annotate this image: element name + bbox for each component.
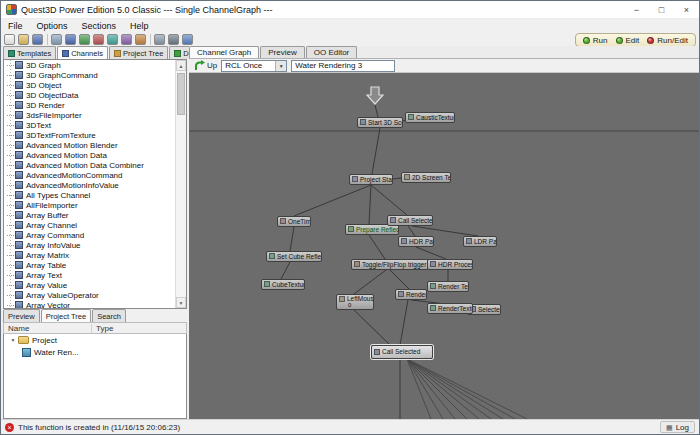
tab-templates[interactable]: Templates (3, 46, 56, 59)
node-hdr-processing[interactable]: HDR Processing (427, 259, 473, 270)
main-tab-preview[interactable]: Preview (260, 46, 304, 58)
tab-channels[interactable]: Channels (57, 46, 108, 59)
save-icon[interactable] (32, 34, 43, 45)
edit-button[interactable]: Edit (616, 36, 640, 45)
project-tree-item-water-ren[interactable]: Water Ren... (4, 346, 186, 358)
channel-type-icon (15, 181, 23, 189)
channel-item-label: Array Command (26, 231, 84, 240)
channel-item[interactable]: 3DTextFromTexture (4, 130, 186, 140)
channel-purple-icon[interactable] (121, 34, 132, 45)
channel-item[interactable]: 3D Render (4, 100, 186, 110)
bottom-tab-preview[interactable]: Preview (3, 309, 40, 322)
channel-blue-icon[interactable] (65, 34, 76, 45)
channel-item[interactable]: Array Text (4, 270, 186, 280)
up-button[interactable]: Up (194, 60, 217, 71)
node-render-texture-2[interactable]: RenderTexture (427, 303, 473, 314)
channel-red-icon[interactable] (93, 34, 104, 45)
channel-item[interactable]: AdvancedMotionCommand (4, 170, 186, 180)
close-button[interactable]: × (674, 1, 699, 19)
channel-item[interactable]: Array Table (4, 260, 186, 270)
bottom-tab-search[interactable]: Search (92, 309, 126, 322)
node-call-selected-1[interactable]: Call Selected (387, 215, 433, 226)
channel-item-label: 3D ObjectData (26, 91, 78, 100)
dropdown-arrow-icon[interactable]: ▼ (275, 61, 286, 71)
channel-item[interactable]: Array Value (4, 280, 186, 290)
node-2d-screen-text[interactable]: 2D Screen Text (401, 172, 451, 183)
node-label: 2D Screen Text (412, 174, 451, 181)
main-tab-channel-graph[interactable]: Channel Graph (189, 46, 259, 58)
log-button[interactable]: ▦ Log (660, 421, 695, 433)
channel-item[interactable]: All Types Channel (4, 190, 186, 200)
main-tab-oo-editor[interactable]: OO Editor (306, 46, 358, 58)
minimize-button[interactable]: − (624, 1, 649, 19)
channel-type-icon (15, 121, 23, 129)
channel-list-scrollbar[interactable]: ▲ ▼ (175, 60, 186, 308)
rcl-dropdown[interactable]: RCL Once ▼ (221, 60, 287, 72)
channel-item[interactable]: Array ValueOperator (4, 290, 186, 300)
maximize-button[interactable]: □ (649, 1, 674, 19)
node-cube-texture[interactable]: CubeTexture (261, 279, 305, 290)
channel-item[interactable]: Array Vector (4, 300, 186, 309)
channel-item[interactable]: 3D ObjectData (4, 90, 186, 100)
run-edit-button[interactable]: Run/Edit (647, 36, 688, 45)
node-onetime[interactable]: OneTime (277, 216, 311, 227)
channel-item[interactable]: 3D Graph (4, 60, 186, 70)
import-icon[interactable] (51, 34, 62, 45)
channel-item[interactable]: AllFileImporter (4, 200, 186, 210)
scrollbar-down-button[interactable]: ▼ (176, 297, 186, 308)
channel-item[interactable]: AdvancedMotionInfoValue (4, 180, 186, 190)
bottom-tab-project-tree[interactable]: Project Tree (41, 309, 91, 322)
node-render-texture-1[interactable]: Render Texture (427, 281, 469, 292)
left-panel: TemplatesChannelsProject TreeDebug 3D Gr… (1, 46, 189, 419)
channel-item[interactable]: Array Buffer (4, 210, 186, 220)
menu-file[interactable]: File (1, 19, 30, 33)
project-tree-item-project[interactable]: ▼Project (4, 334, 186, 346)
graph-path-input[interactable] (291, 60, 395, 72)
channel-item[interactable]: 3dsFileImporter (4, 110, 186, 120)
info-icon[interactable] (182, 34, 193, 45)
open-folder-icon[interactable] (18, 34, 29, 45)
channel-teal-icon[interactable] (107, 34, 118, 45)
tab-project-tree[interactable]: Project Tree (109, 46, 168, 59)
node-label: Project Start (360, 176, 393, 183)
node-render[interactable]: Render (395, 289, 427, 300)
channel-item[interactable]: 3D GraphCommand (4, 70, 186, 80)
menu-sections[interactable]: Sections (75, 19, 124, 33)
graph-edge (294, 185, 371, 216)
node-set-cube-reflection[interactable]: Set Cube Reflection (266, 251, 322, 262)
node-caustic-texture[interactable]: CausticTexture (405, 112, 455, 123)
channel-item[interactable]: 3D Object (4, 80, 186, 90)
channel-item[interactable]: Advanced Motion Blender (4, 140, 186, 150)
channel-item[interactable]: Advanced Motion Data (4, 150, 186, 160)
grid-view-icon[interactable] (154, 34, 165, 45)
channel-item[interactable]: Array InfoValue (4, 240, 186, 250)
scrollbar-up-button[interactable]: ▲ (176, 60, 186, 71)
node-project-start[interactable]: Project Start (349, 174, 393, 185)
node-call-selected-main[interactable]: Call Selected (371, 345, 433, 359)
tab-label: Project Tree (46, 312, 86, 321)
channel-green-icon[interactable] (79, 34, 90, 45)
menu-options[interactable]: Options (30, 19, 75, 33)
node-icon (280, 218, 286, 224)
node-start-3d-scene[interactable]: Start 3D Scene (357, 117, 403, 128)
camera-view-icon[interactable] (168, 34, 179, 45)
expander-icon[interactable]: ▼ (8, 337, 18, 343)
run-button[interactable]: Run (583, 36, 608, 45)
graph-edge (407, 359, 467, 419)
node-hdr-path[interactable]: HDR Path (398, 236, 434, 247)
scrollbar-thumb[interactable] (177, 73, 185, 115)
node-left-mouse[interactable]: LeftMouse0 (336, 294, 374, 310)
channel-orange-icon[interactable] (135, 34, 146, 45)
node-ldr-path[interactable]: LDR Path (463, 236, 497, 247)
channel-item[interactable]: 3DText (4, 120, 186, 130)
toolbar-icons (1, 34, 193, 45)
channel-item[interactable]: Array Matrix (4, 250, 186, 260)
channel-item[interactable]: Array Command (4, 230, 186, 240)
channel-item[interactable]: Advanced Motion Data Combiner (4, 160, 186, 170)
node-toggle-flipflop[interactable]: Toggle/FlipFlop trigger (value) (351, 259, 429, 270)
new-file-icon[interactable] (4, 34, 15, 45)
menu-help[interactable]: Help (123, 19, 156, 33)
channel-item[interactable]: Array Channel (4, 220, 186, 230)
channel-graph-canvas[interactable]: Start 3D SceneCausticTextureProject Star… (189, 73, 699, 419)
node-value: 0 (339, 302, 371, 309)
